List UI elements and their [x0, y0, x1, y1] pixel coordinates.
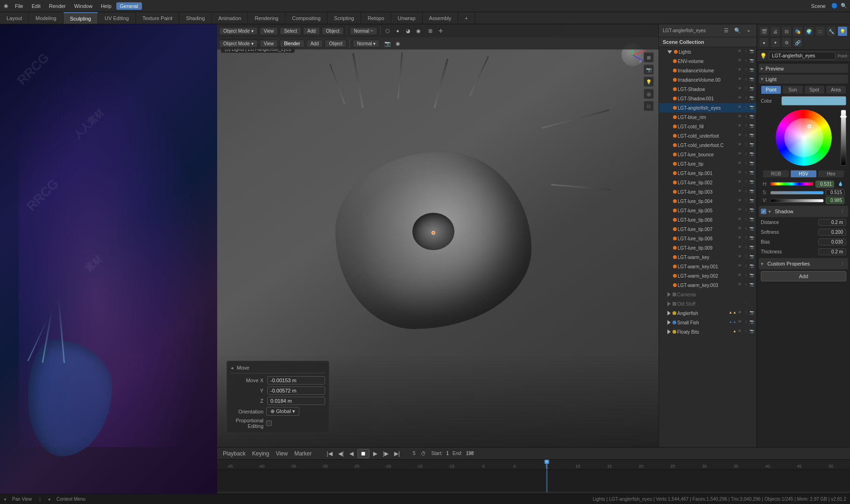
cold-ufc-eye[interactable]: 👁	[737, 142, 743, 148]
old-sel[interactable]: ↕	[749, 301, 755, 307]
item-lgt-shadow-001[interactable]: LGT-Shadow.001 👁 ↕ 📷	[659, 94, 757, 103]
prop-output-icon[interactable]: 🖨	[770, 26, 780, 36]
tab-retopo[interactable]: Retopo	[361, 12, 391, 24]
tip006-eye[interactable]: 👁	[737, 217, 743, 223]
preview-header[interactable]: ▸ Preview	[759, 64, 848, 73]
wk002-cam[interactable]: 📷	[749, 273, 755, 279]
data-name-field[interactable]: LGT-anglerfish_eyes	[769, 52, 836, 60]
shadow001-sel[interactable]: ↕	[743, 96, 749, 101]
irr00-sel[interactable]: ↕	[743, 77, 749, 83]
lights-eye-icon[interactable]: 👁	[737, 49, 743, 55]
cold-fill-eye[interactable]: 👁	[737, 124, 743, 129]
blue-rim-sel[interactable]: ↕	[743, 114, 749, 120]
add-collection-icon[interactable]: +	[744, 27, 753, 35]
floaty-icon-1[interactable]: ▲	[733, 329, 737, 335]
wk003-eye[interactable]: 👁	[737, 282, 743, 288]
warm-key-eye[interactable]: 👁	[737, 254, 743, 260]
light-header[interactable]: ▾ Light	[759, 75, 848, 84]
tab-scripting[interactable]: Scripting	[327, 12, 361, 24]
lure-tip-cam[interactable]: 📷	[749, 161, 755, 167]
prop-editing-checkbox[interactable]	[266, 420, 272, 426]
collection-old-stuff[interactable]: Old Stuff 👁 ↕	[659, 299, 757, 308]
tip004-eye[interactable]: 👁	[737, 198, 743, 204]
lure-tip-sel[interactable]: ↕	[743, 161, 749, 167]
h-bar[interactable]	[770, 182, 814, 186]
custom-props-options[interactable]: ⋮	[838, 259, 846, 268]
add-button[interactable]: Add	[303, 27, 320, 35]
hsv-tab-rgb[interactable]: RGB	[763, 170, 789, 178]
cold-ufc-cam[interactable]: 📷	[749, 142, 755, 148]
wk001-cam[interactable]: 📷	[749, 264, 755, 269]
playback-label[interactable]: Playback	[221, 449, 248, 458]
object-button[interactable]: Object	[322, 27, 344, 35]
custom-props-header[interactable]: ▾ Custom Properties ⋮	[759, 258, 848, 269]
brightness-slider[interactable]	[841, 110, 846, 166]
orientation-value[interactable]: ⊕ Global ▾	[266, 407, 299, 416]
item-lure-tip-007[interactable]: LGT-lure_tip.007 👁 ↕ 📷	[659, 224, 757, 234]
small-fish-cam[interactable]: 📷	[749, 320, 755, 325]
cold-ufc-sel[interactable]: ↕	[743, 142, 749, 148]
irr-cam[interactable]: 📷	[749, 68, 755, 73]
lure-bounce-cam[interactable]: 📷	[749, 152, 755, 157]
item-lgt-warm-key-002[interactable]: LGT-warm_key.002 👁 ↕ 📷	[659, 271, 757, 280]
old-eye[interactable]: 👁	[743, 301, 749, 307]
tab-sculpting[interactable]: Sculpting	[64, 12, 98, 24]
light-type-spot[interactable]: Spot	[804, 85, 825, 94]
collection-lights[interactable]: Lights 👁 ↕ 📷	[659, 47, 757, 56]
wk001-sel[interactable]: ↕	[743, 264, 749, 269]
floaty-eye[interactable]: 👁	[737, 329, 743, 335]
prop-modifier-icon[interactable]: 🔧	[826, 26, 836, 36]
tip007-cam[interactable]: 📷	[749, 226, 755, 232]
tip009-sel[interactable]: ↕	[743, 245, 749, 251]
light-type-point[interactable]: Point	[761, 85, 781, 94]
shadow001-cam[interactable]: 📷	[749, 96, 755, 101]
env-cam[interactable]: 📷	[749, 58, 755, 64]
tab-modeling[interactable]: Modeling	[29, 12, 64, 24]
light-view-icon[interactable]: 💡	[644, 77, 654, 87]
item-lure-tip-008[interactable]: LGT-lure_tip.008 👁 ↕ 📷	[659, 234, 757, 243]
wk001-eye[interactable]: 👁	[737, 264, 743, 269]
small-fish-icon-2[interactable]: ▲	[733, 320, 737, 325]
search-icon[interactable]: 🔍	[840, 2, 848, 10]
tip007-sel[interactable]: ↕	[743, 226, 749, 232]
prop-scene-icon[interactable]: 🎭	[793, 26, 803, 36]
env-eye[interactable]: 👁	[737, 58, 743, 64]
blue-rim-eye[interactable]: 👁	[737, 114, 743, 120]
lights-render-icon[interactable]: 📷	[749, 49, 755, 55]
tab-shading[interactable]: Shading	[179, 12, 212, 24]
step-forward-button[interactable]: |▶	[381, 449, 390, 458]
hsv-tab-hex[interactable]: Hex	[818, 170, 844, 178]
light-type-area[interactable]: Area	[826, 85, 846, 94]
shadow-sel[interactable]: ↕	[743, 86, 749, 92]
tip005-sel[interactable]: ↕	[743, 208, 749, 213]
tip009-cam[interactable]: 📷	[749, 245, 755, 251]
tip007-eye[interactable]: 👁	[737, 226, 743, 232]
normal-button[interactable]: Normal ~	[350, 27, 377, 35]
menu-edit[interactable]: Edit	[28, 2, 44, 10]
item-lgt-cold-underfoot-c[interactable]: LGT-cold_underfoot.C 👁 ↕ 📷	[659, 140, 757, 150]
tip001-cam[interactable]: 📷	[749, 170, 755, 176]
hsv-tab-hsv[interactable]: HSV	[790, 170, 817, 178]
floaty-cam[interactable]: 📷	[749, 329, 755, 335]
tip008-cam[interactable]: 📷	[749, 236, 755, 241]
jump-start-button[interactable]: |◀	[325, 449, 334, 458]
blender-logo-icon[interactable]: ◉	[2, 2, 10, 10]
object-props-icon[interactable]: □	[644, 101, 654, 111]
menu-render[interactable]: Render	[45, 2, 70, 10]
item-lgt-shadow[interactable]: LGT-Shadow 👁 ↕ 📷	[659, 84, 757, 94]
small-fish-icon-1[interactable]: ▲	[729, 320, 732, 325]
shadow-enabled-checkbox[interactable]: ✓	[761, 209, 766, 214]
tip008-eye[interactable]: 👁	[737, 236, 743, 241]
world-view-icon[interactable]: ◎	[644, 89, 654, 99]
shadow001-eye[interactable]: 👁	[737, 96, 743, 101]
jump-end-button[interactable]: ▶|	[392, 449, 402, 458]
prop-world-icon[interactable]: 🌍	[804, 26, 814, 36]
shadow-eye[interactable]: 👁	[737, 86, 743, 92]
tip002-eye[interactable]: 👁	[737, 180, 743, 185]
h-value[interactable]: 0.531	[815, 181, 834, 188]
item-lgt-lure-bounce[interactable]: LGT-lure_bounce 👁 ↕ 📷	[659, 150, 757, 159]
select-button-2[interactable]: Blender	[280, 40, 304, 48]
ang-eye[interactable]: 👁	[737, 105, 743, 111]
small-fish-eye[interactable]: 👁	[737, 320, 743, 325]
keying-label[interactable]: Keying	[250, 449, 271, 458]
